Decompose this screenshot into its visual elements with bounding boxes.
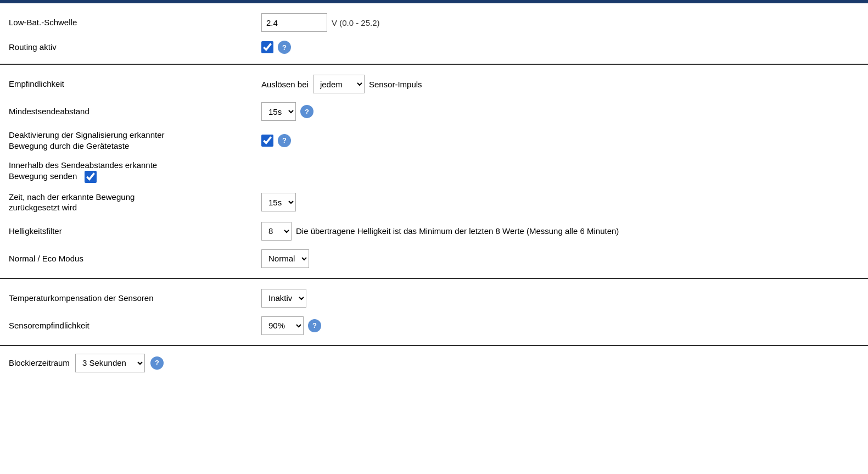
- blockierzeitraum-help-icon[interactable]: ?: [150, 356, 164, 370]
- row-eco-modus: Normal / Eco Modus Normal Eco: [9, 245, 859, 272]
- label-routing: Routing aktiv: [9, 42, 261, 53]
- row-blockierzeitraum: Blockierzeitraum 1 Sekunde 2 Sekunden 3 …: [9, 354, 859, 372]
- control-sensorempfindlichkeit: 70% 80% 90% 100% ?: [261, 316, 859, 335]
- routing-help-icon[interactable]: ?: [278, 41, 291, 54]
- eco-modus-select[interactable]: Normal Eco: [261, 249, 309, 268]
- sensorempfindlichkeit-select[interactable]: 70% 80% 90% 100%: [261, 316, 304, 335]
- section-empfindlichkeit: Empfindlichkeit Auslösen bei jedem zweit…: [0, 65, 868, 279]
- sensorempfindlichkeit-help-icon[interactable]: ?: [308, 319, 321, 332]
- mindestsendeabstand-select[interactable]: 5s 10s 15s 30s 1m: [261, 102, 296, 121]
- label-bewegung-senden: Innerhalb des Sendeabstandes erkannte Be…: [9, 160, 261, 183]
- helligkeitsfilter-select[interactable]: 1 2 4 8 16: [261, 222, 292, 241]
- blockierzeitraum-select[interactable]: 1 Sekunde 2 Sekunden 3 Sekunden 5 Sekund…: [75, 354, 145, 372]
- deaktivierung-checkbox-wrapper: ?: [261, 134, 291, 147]
- label-blockierzeitraum: Blockierzeitraum: [9, 358, 70, 367]
- low-bat-unit: V (0.0 - 25.2): [332, 18, 380, 27]
- row-bewegung-senden: Innerhalb des Sendeabstandes erkannte Be…: [9, 155, 859, 187]
- bewegung-senden-checkbox[interactable]: [85, 171, 97, 183]
- control-empfindlichkeit: Auslösen bei jedem zweitem drittem Senso…: [261, 75, 859, 93]
- row-mindestsendeabstand: Mindestsendeabstand 5s 10s 15s 30s 1m ?: [9, 98, 859, 125]
- row-helligkeitsfilter: Helligkeitsfilter 1 2 4 8 16 Die übertra…: [9, 218, 859, 245]
- label-temperatur: Temperaturkompensation der Sensoren: [9, 293, 261, 304]
- control-eco-modus: Normal Eco: [261, 249, 859, 268]
- zeit-reset-select[interactable]: 5s 10s 15s 30s 1m: [261, 193, 296, 211]
- control-routing: ?: [261, 41, 859, 54]
- control-helligkeitsfilter: 1 2 4 8 16 Die übertragene Helligkeit is…: [261, 222, 859, 241]
- row-empfindlichkeit: Empfindlichkeit Auslösen bei jedem zweit…: [9, 70, 859, 98]
- label-sensorempfindlichkeit: Sensorempfindlichkeit: [9, 320, 261, 331]
- label-zeit-reset: Zeit, nach der erkannte Bewegung zurückg…: [9, 192, 261, 213]
- empfindlichkeit-select[interactable]: jedem zweitem drittem: [313, 75, 365, 93]
- deaktivierung-help-icon[interactable]: ?: [278, 134, 291, 147]
- section-blockierzeitraum: Blockierzeitraum 1 Sekunde 2 Sekunden 3 …: [0, 346, 868, 380]
- mindestsendeabstand-help-icon[interactable]: ?: [300, 105, 313, 118]
- bewegung-senden-text-line2: Bewegung senden: [9, 171, 77, 181]
- empfindlichkeit-prefix: Auslösen bei: [261, 80, 309, 89]
- control-mindestsendeabstand: 5s 10s 15s 30s 1m ?: [261, 102, 859, 121]
- label-helligkeitsfilter: Helligkeitsfilter: [9, 226, 261, 237]
- row-low-bat: Low-Bat.-Schwelle V (0.0 - 25.2): [9, 9, 859, 36]
- helligkeitsfilter-suffix: Die übertragene Helligkeit ist das Minim…: [296, 226, 619, 236]
- row-temperatur: Temperaturkompensation der Sensoren Inak…: [9, 285, 859, 312]
- routing-checkbox[interactable]: [261, 41, 273, 53]
- deaktivierung-checkbox[interactable]: [261, 135, 273, 147]
- row-zeit-reset: Zeit, nach der erkannte Bewegung zurückg…: [9, 187, 859, 218]
- label-low-bat: Low-Bat.-Schwelle: [9, 17, 261, 28]
- routing-checkbox-wrapper: ?: [261, 41, 291, 54]
- label-mindestsendeabstand: Mindestsendeabstand: [9, 106, 261, 117]
- low-bat-input[interactable]: [261, 13, 327, 32]
- bewegung-senden-text-line1: Innerhalb des Sendeabstandes erkannte: [9, 160, 157, 170]
- empfindlichkeit-suffix: Sensor-Impuls: [369, 80, 422, 89]
- label-empfindlichkeit: Empfindlichkeit: [9, 79, 261, 90]
- settings-container: Low-Bat.-Schwelle V (0.0 - 25.2) Routing…: [0, 3, 868, 380]
- control-temperatur: Inaktiv Aktiv: [261, 289, 859, 308]
- section-lowbat-routing: Low-Bat.-Schwelle V (0.0 - 25.2) Routing…: [0, 3, 868, 65]
- control-low-bat: V (0.0 - 25.2): [261, 13, 859, 32]
- temperatur-select[interactable]: Inaktiv Aktiv: [261, 289, 306, 308]
- row-deaktivierung: Deaktivierung der Signalisierung erkannt…: [9, 125, 859, 155]
- control-zeit-reset: 5s 10s 15s 30s 1m: [261, 193, 859, 211]
- row-sensorempfindlichkeit: Sensorempfindlichkeit 70% 80% 90% 100% ?: [9, 312, 859, 339]
- section-temperature: Temperaturkompensation der Sensoren Inak…: [0, 279, 868, 346]
- label-eco-modus: Normal / Eco Modus: [9, 253, 261, 264]
- control-deaktivierung: ?: [261, 134, 859, 147]
- row-routing: Routing aktiv ?: [9, 36, 859, 58]
- label-deaktivierung: Deaktivierung der Signalisierung erkannt…: [9, 130, 261, 151]
